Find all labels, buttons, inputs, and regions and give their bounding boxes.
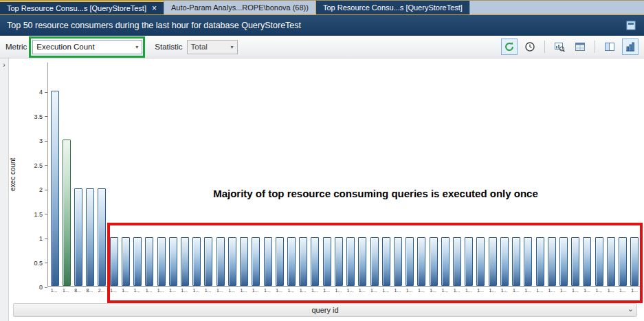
collapsed-panel-expander[interactable]: › bbox=[0, 58, 9, 321]
chart-region: exec count 00.511.522.533.54 Majority of… bbox=[9, 58, 644, 321]
bar[interactable] bbox=[157, 237, 166, 286]
x-tick-label: 1... bbox=[415, 288, 427, 298]
bar[interactable] bbox=[264, 237, 272, 286]
refresh-button[interactable] bbox=[501, 38, 518, 55]
bar[interactable] bbox=[430, 237, 438, 286]
bar-slot bbox=[392, 237, 403, 286]
bar[interactable] bbox=[607, 237, 615, 286]
time-settings-button[interactable] bbox=[522, 38, 538, 55]
bar[interactable] bbox=[145, 237, 153, 286]
x-tick-label: 1... bbox=[380, 288, 392, 298]
bar[interactable] bbox=[406, 237, 414, 286]
bar[interactable] bbox=[571, 237, 579, 286]
x-axis-band: query id ⌄ bbox=[13, 303, 637, 317]
bar[interactable] bbox=[110, 237, 118, 286]
bar[interactable] bbox=[240, 237, 248, 286]
bar[interactable] bbox=[98, 188, 106, 286]
bar[interactable] bbox=[453, 237, 461, 286]
bar[interactable] bbox=[311, 237, 319, 286]
refresh-icon bbox=[504, 41, 515, 52]
bar[interactable] bbox=[216, 237, 225, 286]
bar[interactable] bbox=[192, 237, 201, 286]
tab-auto-param-analysis[interactable]: Auto-Param Analys...ROPE\bonova (68)) bbox=[164, 1, 315, 14]
bar[interactable] bbox=[51, 91, 59, 286]
close-icon[interactable]: × bbox=[152, 4, 157, 12]
bar-slot bbox=[191, 237, 203, 286]
x-labels: 1...1...8...8...2...1...1...1...1...1...… bbox=[47, 287, 641, 298]
toolbar-separator bbox=[544, 41, 545, 53]
bar[interactable] bbox=[228, 237, 236, 286]
bar[interactable] bbox=[86, 188, 94, 286]
bar[interactable] bbox=[548, 237, 556, 286]
x-tick-label: 1... bbox=[119, 288, 131, 298]
bar[interactable] bbox=[204, 237, 212, 286]
bar-slot bbox=[368, 237, 380, 286]
bar[interactable] bbox=[323, 237, 331, 286]
bar[interactable] bbox=[500, 237, 509, 286]
bar[interactable] bbox=[465, 237, 473, 286]
bar[interactable] bbox=[417, 237, 425, 286]
bar[interactable] bbox=[169, 237, 177, 286]
bar-chart-view-button[interactable] bbox=[622, 38, 639, 55]
bar[interactable] bbox=[476, 237, 485, 286]
bar[interactable] bbox=[358, 237, 366, 286]
bar-slot bbox=[404, 237, 416, 286]
x-tick-label: 1... bbox=[522, 288, 533, 298]
bar[interactable] bbox=[74, 188, 82, 286]
bar[interactable] bbox=[630, 237, 639, 286]
metric-dropdown[interactable]: Execution Count ▾ bbox=[32, 40, 142, 54]
bar-slot bbox=[605, 237, 617, 286]
bar[interactable] bbox=[512, 237, 520, 286]
bar[interactable] bbox=[335, 237, 343, 286]
bar[interactable] bbox=[536, 237, 544, 286]
bar-highlighted[interactable] bbox=[63, 140, 71, 286]
statistic-dropdown[interactable]: Total ▾ bbox=[187, 40, 238, 54]
bar[interactable] bbox=[276, 237, 284, 286]
table-view-button[interactable] bbox=[572, 38, 588, 55]
bar[interactable] bbox=[370, 237, 379, 286]
bar[interactable] bbox=[299, 237, 307, 286]
x-tick-label: 1... bbox=[534, 288, 546, 298]
tab-well-empty-space bbox=[470, 1, 644, 14]
bar[interactable] bbox=[287, 237, 296, 286]
panel-icon[interactable] bbox=[625, 19, 637, 32]
y-tick: 1.5 bbox=[34, 211, 47, 218]
x-tick-label: 1... bbox=[131, 288, 143, 298]
x-tick-label: 1... bbox=[155, 288, 166, 298]
bar[interactable] bbox=[252, 237, 260, 286]
bar[interactable] bbox=[441, 237, 449, 286]
x-tick-label: 1... bbox=[107, 288, 119, 298]
bar[interactable] bbox=[133, 237, 142, 286]
bar-slot bbox=[617, 237, 629, 286]
bar-slot bbox=[96, 188, 108, 286]
bar-slot bbox=[487, 237, 498, 286]
x-tick-label: 1... bbox=[463, 288, 474, 298]
chart-zoom-button[interactable] bbox=[551, 38, 568, 55]
bar[interactable] bbox=[122, 237, 130, 286]
bar[interactable] bbox=[181, 237, 189, 286]
x-tick-label: 1... bbox=[581, 288, 593, 298]
bar[interactable] bbox=[382, 237, 390, 286]
x-tick-label: 1... bbox=[238, 288, 249, 298]
x-tick-label: 1... bbox=[439, 288, 451, 298]
bar[interactable] bbox=[394, 237, 402, 286]
x-tick-label: 1... bbox=[48, 288, 60, 298]
y-tick: 2.5 bbox=[34, 162, 47, 169]
x-tick-label: 1... bbox=[487, 288, 498, 298]
bar[interactable] bbox=[619, 237, 627, 286]
bar[interactable] bbox=[583, 237, 591, 286]
bar-slot bbox=[132, 237, 144, 286]
bar-slot bbox=[522, 237, 534, 286]
metric-label: Metric bbox=[5, 43, 27, 51]
bar[interactable] bbox=[489, 237, 497, 286]
bar[interactable] bbox=[559, 237, 568, 286]
tab-top-resource-consumers-active[interactable]: Top Resource Consu...s [QueryStoreTest] … bbox=[0, 1, 164, 14]
tab-top-resource-consumers-2[interactable]: Top Resource Consu...s [QueryStoreTest] bbox=[315, 1, 470, 14]
bar[interactable] bbox=[524, 237, 532, 286]
x-axis-dropdown[interactable]: ⌄ bbox=[628, 305, 634, 313]
split-view-button[interactable] bbox=[601, 38, 618, 55]
bar[interactable] bbox=[595, 237, 603, 286]
plot-area: Majority of top resource consuming queri… bbox=[47, 63, 641, 287]
bar[interactable] bbox=[346, 237, 355, 286]
x-tick-label: 1... bbox=[605, 288, 617, 298]
